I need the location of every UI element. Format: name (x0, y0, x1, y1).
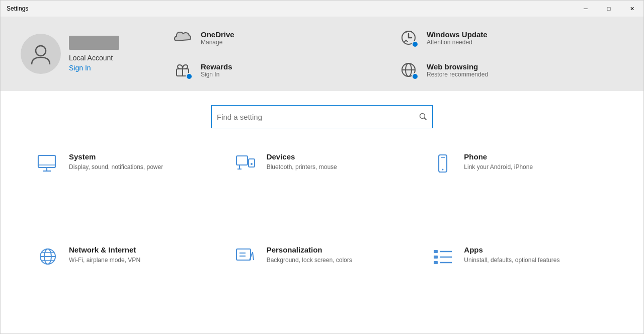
personalization-subtitle: Background, lock screen, colors (267, 256, 352, 265)
profile-info: Local Account Sign In (69, 36, 119, 72)
svg-point-19 (442, 169, 444, 171)
titlebar: Settings ─ □ ✕ (1, 1, 643, 17)
minimize-button[interactable]: ─ (574, 1, 597, 17)
search-icon (419, 113, 427, 121)
rewards-title: Rewards (201, 62, 232, 71)
setting-item-personalization[interactable]: Personalization Background, lock screen,… (228, 235, 416, 323)
windows-update-badge (412, 41, 419, 48)
onedrive-text: OneDrive Manage (201, 30, 234, 46)
svg-rect-33 (434, 261, 438, 264)
rewards-badge (186, 73, 193, 80)
quick-link-rewards[interactable]: Rewards Sign In (172, 59, 397, 81)
system-text: System Display, sound, notifications, po… (69, 151, 163, 172)
rewards-text: Rewards Sign In (201, 62, 232, 78)
svg-point-0 (36, 46, 46, 56)
header-section: Local Account Sign In (1, 17, 643, 91)
window-title: Settings (7, 5, 28, 12)
svg-rect-9 (38, 155, 55, 168)
apps-icon (431, 244, 455, 269)
devices-title: Devices (267, 152, 337, 161)
svg-line-8 (425, 118, 427, 120)
quick-link-onedrive[interactable]: OneDrive Manage (172, 27, 397, 49)
quick-link-windows-update[interactable]: Windows Update Attention needed (397, 27, 623, 49)
system-title: System (69, 152, 163, 161)
onedrive-title: OneDrive (201, 30, 234, 39)
settings-grid: System Display, sound, notifications, po… (1, 137, 643, 333)
setting-item-phone[interactable]: Phone Link your Android, iPhone (426, 142, 613, 230)
personalization-text: Personalization Background, lock screen,… (267, 244, 352, 265)
system-subtitle: Display, sound, notifications, power (69, 163, 163, 172)
quick-links: OneDrive Manage (172, 27, 623, 81)
setting-item-system[interactable]: System Display, sound, notifications, po… (31, 142, 218, 230)
windows-update-subtitle: Attention needed (427, 39, 488, 46)
system-icon (36, 151, 60, 176)
setting-item-network[interactable]: Network & Internet Wi-Fi, airplane mode,… (31, 235, 218, 323)
onedrive-icon-wrap (172, 27, 194, 49)
web-browsing-text: Web browsing Restore recommended (427, 62, 488, 78)
quick-link-group-left: OneDrive Manage (172, 27, 397, 81)
svg-rect-29 (434, 250, 438, 253)
web-browsing-badge (412, 73, 419, 80)
apps-text: Apps Uninstall, defaults, optional featu… (464, 244, 559, 265)
svg-rect-31 (434, 256, 438, 259)
apps-title: Apps (464, 245, 559, 254)
windows-update-title: Windows Update (427, 30, 488, 39)
phone-icon (431, 151, 455, 176)
onedrive-icon (174, 29, 192, 47)
devices-subtitle: Bluetooth, printers, mouse (267, 163, 337, 172)
network-title: Network & Internet (69, 245, 140, 254)
svg-point-15 (251, 163, 253, 165)
search-input[interactable] (217, 113, 419, 121)
phone-text: Phone Link your Android, iPhone (464, 151, 533, 172)
profile-area: Local Account Sign In (21, 34, 151, 74)
signin-link[interactable]: Sign In (69, 64, 119, 72)
search-box (211, 105, 433, 128)
rewards-icon-wrap (172, 59, 194, 81)
setting-item-apps[interactable]: Apps Uninstall, defaults, optional featu… (426, 235, 613, 323)
network-icon (36, 244, 60, 269)
avatar (21, 34, 61, 74)
web-browsing-title: Web browsing (427, 62, 488, 71)
phone-title: Phone (464, 152, 533, 161)
account-type-label: Local Account (69, 54, 119, 62)
windows-update-icon-wrap (397, 27, 420, 49)
svg-rect-26 (236, 249, 251, 260)
network-subtitle: Wi-Fi, airplane mode, VPN (69, 256, 140, 265)
maximize-button[interactable]: □ (597, 1, 620, 17)
main-content: Local Account Sign In (1, 17, 643, 333)
quick-link-group-right: Windows Update Attention needed (397, 27, 623, 81)
search-section (1, 91, 643, 137)
rewards-subtitle: Sign In (201, 71, 232, 78)
quick-link-web-browsing[interactable]: Web browsing Restore recommended (397, 59, 623, 81)
svg-rect-13 (236, 156, 248, 165)
onedrive-subtitle: Manage (201, 39, 234, 46)
user-avatar-icon (29, 42, 52, 65)
windows-update-text: Windows Update Attention needed (427, 30, 488, 46)
web-browsing-subtitle: Restore recommended (427, 71, 488, 78)
setting-item-devices[interactable]: Devices Bluetooth, printers, mouse (228, 142, 416, 230)
network-text: Network & Internet Wi-Fi, airplane mode,… (69, 244, 140, 265)
apps-subtitle: Uninstall, defaults, optional features (464, 256, 559, 265)
search-button[interactable] (419, 113, 427, 121)
devices-icon (233, 151, 258, 176)
web-browsing-icon-wrap (397, 59, 420, 81)
window-controls: ─ □ ✕ (574, 1, 643, 17)
profile-name-bar (69, 36, 119, 50)
personalization-title: Personalization (267, 245, 352, 254)
phone-subtitle: Link your Android, iPhone (464, 163, 533, 172)
settings-window: Settings ─ □ ✕ Local Account Sign I (0, 0, 644, 334)
close-button[interactable]: ✕ (620, 1, 643, 17)
devices-text: Devices Bluetooth, printers, mouse (267, 151, 337, 172)
personalization-icon (233, 244, 258, 269)
